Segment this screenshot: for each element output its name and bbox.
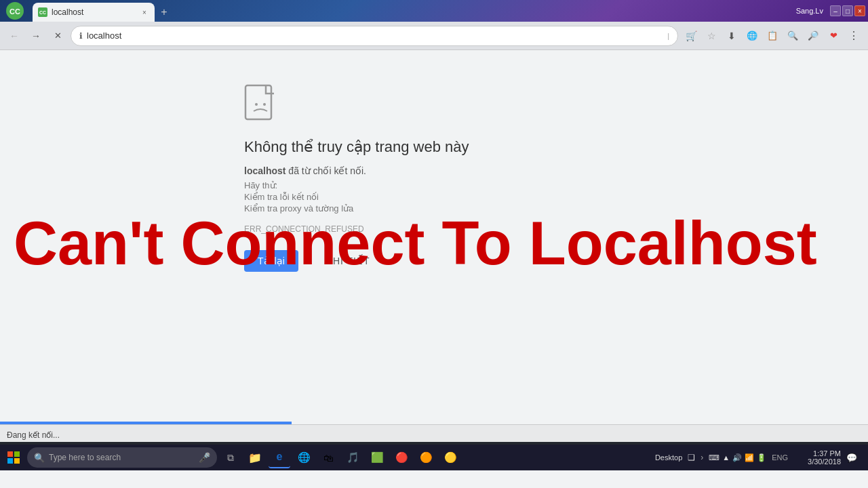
svg-rect-8: [7, 451, 13, 457]
download-icon[interactable]: ⬇: [723, 27, 741, 45]
sad-page-icon: [244, 84, 277, 122]
clock-time: 1:37 PM: [813, 449, 841, 458]
chevron-icon[interactable]: ›: [701, 453, 703, 462]
store-button[interactable]: 🛍: [317, 447, 339, 468]
error-code: ERR_CONNECTION_REFUSED: [244, 224, 868, 234]
bookmark-icon[interactable]: ☆: [703, 27, 720, 45]
menu-icon[interactable]: ⋮: [845, 27, 863, 45]
taskbar-search-input[interactable]: [49, 453, 195, 462]
title-bar-right: Sang.Lv – □ ×: [796, 5, 865, 16]
security-icon: ℹ: [79, 31, 83, 41]
svg-point-6: [263, 103, 266, 106]
action-buttons: Tải lại CHI TIẾT: [244, 250, 868, 272]
minimize-button[interactable]: –: [830, 5, 841, 16]
reload-button[interactable]: Tải lại: [244, 250, 298, 272]
back-button[interactable]: ←: [5, 27, 23, 45]
edge-button[interactable]: e: [269, 447, 290, 468]
svg-rect-11: [14, 458, 20, 464]
battery-icon[interactable]: 🔋: [757, 453, 766, 462]
cursor-indicator: |: [667, 32, 669, 40]
microphone-icon: 🎤: [199, 452, 210, 463]
address-bar-input-wrap[interactable]: ℹ localhost |: [71, 26, 678, 46]
green-app-button[interactable]: 🟩: [366, 447, 388, 468]
red-app-button[interactable]: 🔴: [391, 447, 412, 468]
lang-label: ENG: [769, 453, 791, 462]
suggestion-2: Kiểm tra proxy và tường lửa: [244, 203, 868, 214]
error-icon-wrap: [244, 84, 868, 125]
address-text: localhost: [87, 30, 663, 41]
taskbar-search-box[interactable]: 🔍 🎤: [27, 447, 217, 468]
yellow-app-button[interactable]: 🟡: [439, 447, 461, 468]
extension2-icon[interactable]: 📋: [764, 27, 781, 45]
stop-reload-button[interactable]: ✕: [49, 27, 66, 45]
svg-text:CC: CC: [9, 7, 20, 16]
svg-rect-9: [14, 451, 20, 457]
details-button[interactable]: CHI TIẾT: [326, 256, 370, 266]
browser-content: Không thể truy cập trang web này localho…: [0, 50, 868, 422]
active-tab[interactable]: CC localhost ×: [33, 3, 155, 22]
start-button[interactable]: [3, 447, 24, 468]
new-tab-button[interactable]: +: [155, 3, 174, 22]
error-host: localhost: [244, 165, 285, 176]
address-bar: ← → ✕ ℹ localhost | 🛒 ☆ ⬇ 🌐 📋 🔍 🔎 ❤ ⋮: [0, 22, 868, 50]
extension1-icon[interactable]: 🌐: [743, 27, 761, 45]
tab-label: localhost: [52, 7, 83, 17]
show-desktop-icon[interactable]: ❑: [688, 453, 695, 462]
toolbar-icons: 🛒 ☆ ⬇ 🌐 📋 🔍 🔎 ❤ ⋮: [682, 27, 863, 45]
browser-logo: CC: [3, 1, 27, 20]
tray-icon-2: ▲: [722, 453, 730, 462]
orange-app-button[interactable]: 🟠: [415, 447, 437, 468]
network-icon[interactable]: 📶: [745, 453, 754, 462]
error-desc-suffix: đã từ chối kết nối.: [285, 165, 366, 176]
volume-icon[interactable]: 🔊: [732, 453, 742, 462]
title-bar-left: CC CC localhost × +: [3, 0, 174, 22]
desktop-label: Desktop: [655, 453, 682, 462]
svg-point-5: [255, 103, 258, 106]
extension5-icon[interactable]: ❤: [825, 27, 842, 45]
title-user: Sang.Lv: [796, 7, 823, 15]
file-explorer-button[interactable]: 📁: [244, 447, 266, 468]
error-title: Không thể truy cập trang web này: [244, 138, 868, 156]
loading-progress-bar: [0, 422, 292, 424]
error-description: localhost đã từ chối kết nối.: [244, 165, 868, 176]
suggestion-1: Kiểm tra lỗi kết nối: [244, 192, 868, 202]
forward-button[interactable]: →: [27, 27, 45, 45]
search-magnifier-icon: 🔍: [34, 453, 45, 463]
maximize-button[interactable]: □: [842, 5, 853, 16]
error-page: Không thể truy cập trang web này localho…: [0, 50, 868, 272]
tray-icon-1: ⌨: [709, 453, 719, 462]
svg-text:CC: CC: [39, 10, 46, 15]
clock-date: 3/30/2018: [808, 458, 841, 466]
extension4-icon[interactable]: 🔎: [804, 27, 822, 45]
title-bar: CC CC localhost × + Sang.Lv – □ ×: [0, 0, 868, 22]
tab-area: CC localhost × +: [33, 0, 174, 22]
taskbar-right: Desktop ❑ › ⌨ ▲ 🔊 📶 🔋 ENG 1:37 PM 3/30/2…: [655, 449, 865, 466]
clock[interactable]: 1:37 PM 3/30/2018: [793, 449, 841, 466]
extension3-icon[interactable]: 🔍: [784, 27, 802, 45]
groove-music-button[interactable]: 🎵: [342, 447, 363, 468]
status-text: Đang kết nối...: [7, 430, 60, 440]
svg-rect-10: [7, 458, 13, 464]
shopping-icon[interactable]: 🛒: [682, 27, 700, 45]
suggestion-try: Hãy thử:: [244, 180, 868, 190]
notification-center-icon[interactable]: 💬: [846, 453, 857, 463]
window-close-button[interactable]: ×: [854, 5, 865, 16]
task-view-button[interactable]: ⧉: [220, 447, 241, 468]
tab-favicon: CC: [38, 7, 47, 17]
taskbar: 🔍 🎤 ⧉ 📁 e 🌐 🛍 🎵 🟩 🔴 🟠 🟡 Desktop ❑ › ⌨ ▲ …: [0, 445, 868, 470]
tab-close-button[interactable]: ×: [140, 7, 149, 17]
ie-button[interactable]: 🌐: [293, 447, 315, 468]
svg-rect-4: [245, 85, 271, 119]
